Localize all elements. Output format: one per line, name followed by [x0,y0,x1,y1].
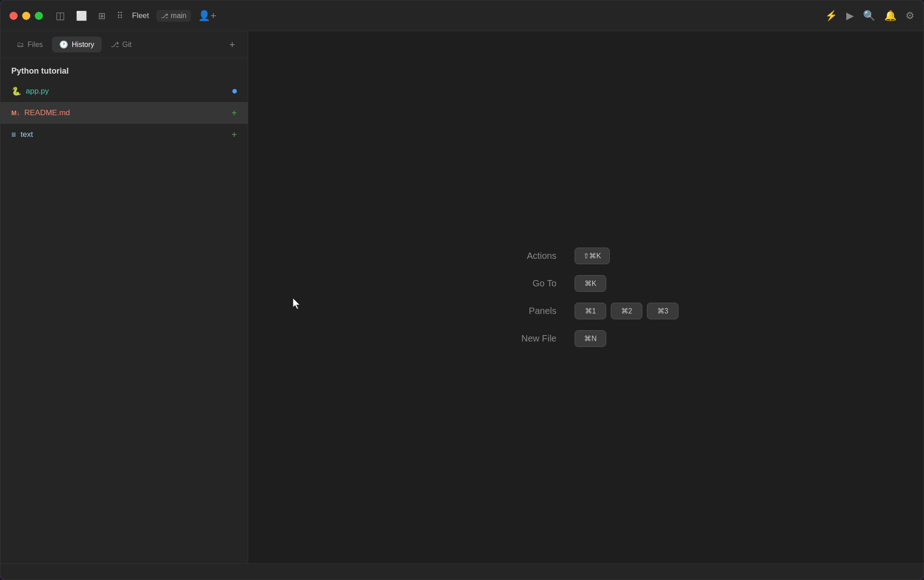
kbd-newfile-symbol: ⌘N [584,334,597,343]
branch-name: main [171,12,187,20]
main-content: 🗂 Files 🕐 History ⎇ Git + Python tutoria… [0,31,924,563]
kbd-actions[interactable]: ⇧⌘K [575,248,610,264]
sidebar-tabs: 🗂 Files 🕐 History ⎇ Git + [0,31,248,58]
kbd-goto[interactable]: ⌘K [575,275,606,292]
file-add-icon-text: + [231,130,237,140]
branch-icon: ⎇ [161,12,168,19]
traffic-lights [9,12,43,20]
minimize-button[interactable] [22,12,30,20]
close-button[interactable] [9,12,18,20]
statusbar [0,563,924,580]
shortcut-label-panels: Panels [493,306,556,316]
settings-icon[interactable]: ⚙ [905,10,915,22]
app-window: ◫ ⬜ ⊞ ⠿ Fleet ⎇ main 👤+ ⚡ ▶ 🔍 🔔 ⚙ 🗂 File… [0,0,924,580]
titlebar: ◫ ⬜ ⊞ ⠿ Fleet ⎇ main 👤+ ⚡ ▶ 🔍 🔔 ⚙ [0,0,924,31]
layout-icon-1[interactable]: ⬜ [74,9,89,23]
shortcut-row-newfile: New File ⌘N [493,330,606,347]
file-item-app-py[interactable]: 🐍 app.py [0,80,248,102]
shortcut-keys-newfile: ⌘N [575,330,606,347]
file-list: 🐍 app.py M↓ README.md + ≡ text + [0,80,248,145]
kbd-panels-2-symbol: ⌘2 [621,307,632,315]
git-icon: ⎇ [111,40,119,49]
bell-icon[interactable]: 🔔 [884,10,896,22]
shortcut-keys-actions: ⇧⌘K [575,248,610,264]
shortcuts-panel: Actions ⇧⌘K Go To ⌘K [493,248,679,347]
history-icon: 🕐 [59,40,68,49]
shortcut-row-panels: Panels ⌘1 ⌘2 ⌘3 [493,303,679,319]
shortcut-row-actions: Actions ⇧⌘K [493,248,610,264]
shortcut-label-actions: Actions [493,251,556,261]
shortcut-label-newfile: New File [493,333,556,344]
text-file-icon: ≡ [11,130,16,140]
branch-selector[interactable]: ⎇ main [156,10,191,22]
kbd-actions-symbol: ⇧⌘K [583,252,601,260]
kbd-panels-1[interactable]: ⌘1 [575,303,606,319]
files-icon: 🗂 [17,41,24,49]
project-title: Python tutorial [0,58,248,80]
layout-icon-2[interactable]: ⊞ [96,9,108,23]
kbd-panels-2[interactable]: ⌘2 [611,303,642,319]
file-item-readme-md[interactable]: M↓ README.md + [0,102,248,124]
file-name-readme-md: README.md [24,108,232,117]
titlebar-right-actions: ⚡ ▶ 🔍 🔔 ⚙ [825,10,915,22]
tab-files-label: Files [28,41,43,49]
maximize-button[interactable] [35,12,43,20]
sidebar: 🗂 Files 🕐 History ⎇ Git + Python tutoria… [0,31,248,563]
tab-git[interactable]: ⎇ Git [104,37,139,52]
play-icon[interactable]: ▶ [846,10,854,22]
markdown-file-icon: M↓ [11,109,20,117]
tab-history[interactable]: 🕐 History [52,37,102,52]
python-file-icon: 🐍 [11,86,21,96]
lightning-icon[interactable]: ⚡ [825,10,837,22]
shortcut-row-goto: Go To ⌘K [493,275,606,292]
app-name: Fleet [132,11,149,20]
tab-history-label: History [72,41,94,49]
sidebar-toggle-icon[interactable]: ◫ [54,8,67,23]
sidebar-add-button[interactable]: + [226,37,239,52]
kbd-panels-3-symbol: ⌘3 [657,307,669,315]
shortcut-keys-goto: ⌘K [575,275,606,292]
right-panel: Actions ⇧⌘K Go To ⌘K [248,31,924,563]
search-icon[interactable]: 🔍 [863,10,875,22]
file-name-text: text [21,130,232,139]
shortcut-label-goto: Go To [493,278,556,289]
shortcut-keys-panels: ⌘1 ⌘2 ⌘3 [575,303,679,319]
kbd-goto-symbol: ⌘K [585,279,597,288]
kbd-panels-1-symbol: ⌘1 [585,307,596,315]
file-item-text[interactable]: ≡ text + [0,124,248,145]
file-name-app-py: app.py [26,87,232,96]
file-add-icon-readme: + [231,108,237,118]
tab-git-label: Git [123,41,132,49]
user-add-icon[interactable]: 👤+ [198,10,216,22]
file-modified-badge [232,89,237,94]
grid-icon[interactable]: ⠿ [115,9,125,23]
kbd-newfile[interactable]: ⌘N [575,330,606,347]
kbd-panels-3[interactable]: ⌘3 [647,303,679,319]
tab-files[interactable]: 🗂 Files [9,37,50,52]
